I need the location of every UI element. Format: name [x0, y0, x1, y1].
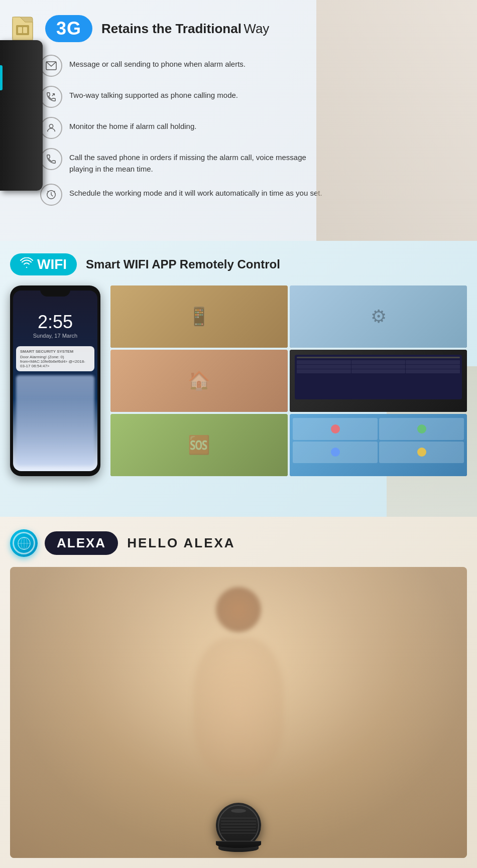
svg-rect-2 — [16, 25, 29, 35]
alexa-speaker — [216, 803, 261, 848]
3g-badge-text: 3G — [56, 18, 81, 39]
grid-cell-sos: 🆘 SOS immediately in APP — [110, 414, 288, 476]
schedule-icon — [40, 184, 62, 206]
wifi-badge: WIFI — [10, 253, 77, 275]
phone-time-display: 2:55 — [13, 302, 97, 333]
call-saved-icon — [40, 148, 62, 170]
sim-card-icon — [10, 16, 40, 41]
grid-cell-more: And more... — [290, 414, 467, 476]
feature-item-3: Monitor the home if alarm call holding. — [40, 117, 331, 139]
alexa-ring — [13, 532, 35, 554]
device-image — [0, 40, 43, 191]
svg-point-6 — [49, 124, 53, 128]
3g-title-bold: Retains the Traditional — [101, 21, 242, 36]
wifi-badge-text: WIFI — [37, 256, 67, 272]
section-3g: 3G Retains the Traditional Way Message o… — [0, 0, 477, 241]
message-icon — [40, 55, 62, 77]
grid-cell-set-params: ⚙ Set the parameters remotely. — [290, 285, 467, 348]
phone-date-display: Sunday, 17 March — [13, 333, 97, 339]
monitor-home-icon — [40, 117, 62, 139]
feature-item-1: Message or call sending to phone when al… — [40, 55, 331, 77]
wifi-section-title: Smart WIFI APP Remotely Control — [86, 257, 280, 271]
feature-item-4: Call the saved phone in orders if missin… — [40, 148, 331, 175]
feature-text-2: Two-way talking supported as phone calli… — [69, 86, 238, 101]
woman-background-image — [316, 0, 477, 241]
alexa-section-title: HELLO ALEXA — [127, 535, 235, 551]
feature-text-4: Call the saved phone in orders if missin… — [69, 148, 331, 175]
grid-cell-arm-disarm: 🏠 Arm/Disarm remotely — [110, 350, 288, 412]
svg-rect-3 — [18, 27, 22, 33]
alexa-name-badge: ALEXA — [45, 531, 118, 555]
svg-rect-4 — [23, 27, 27, 33]
phone-call-icon — [40, 86, 62, 108]
wifi-header: WIFI Smart WIFI APP Remotely Control — [10, 253, 467, 275]
feature-text-3: Monitor the home if alarm call holding. — [69, 117, 196, 132]
3g-badge: 3G — [45, 15, 92, 42]
alexa-header: ALEXA HELLO ALEXA — [10, 529, 467, 557]
feature-item-5: Schedule the working mode and it will wo… — [40, 184, 331, 206]
person-silhouette — [168, 587, 309, 798]
phone-notification: SMART SECURITY SYSTEM Door Alarming! (Zo… — [16, 346, 94, 371]
grid-cell-modify-name: Modify the name of the accessories — [290, 350, 467, 412]
feature-item-2: Two-way talking supported as phone calli… — [40, 86, 331, 108]
notification-title: SMART SECURITY SYSTEM — [20, 349, 90, 354]
wifi-icon — [20, 257, 33, 271]
grid-cell-receive-alarm: 📱 Receive alarm message. — [110, 285, 288, 348]
3g-title: Retains the Traditional Way — [101, 21, 269, 37]
phone-notch — [40, 285, 70, 297]
notification-text: Door Alarming! (Zone: 0) from<MAC:10fe6b… — [20, 355, 90, 368]
feature-text-1: Message or call sending to phone when al… — [69, 55, 246, 70]
alexa-scene — [10, 567, 467, 858]
features-list: Message or call sending to phone when al… — [40, 55, 331, 206]
section-wifi: WIFI Smart WIFI APP Remotely Control 2:5… — [0, 241, 477, 517]
alexa-badge-icon — [10, 529, 38, 557]
phone-screen: 2:55 Sunday, 17 March SMART SECURITY SYS… — [13, 291, 97, 471]
phone-mockup: 2:55 Sunday, 17 March SMART SECURITY SYS… — [10, 285, 100, 476]
section-alexa: ALEXA HELLO ALEXA — [0, 517, 477, 868]
wifi-features-grid: 📱 Receive alarm message. ⚙ Set the param… — [110, 285, 467, 476]
alexa-badge-text: ALEXA — [57, 535, 106, 550]
3g-title-light: Way — [244, 21, 269, 36]
wifi-content: 2:55 Sunday, 17 March SMART SECURITY SYS… — [10, 285, 467, 476]
feature-text-5: Schedule the working mode and it will wo… — [69, 184, 322, 199]
